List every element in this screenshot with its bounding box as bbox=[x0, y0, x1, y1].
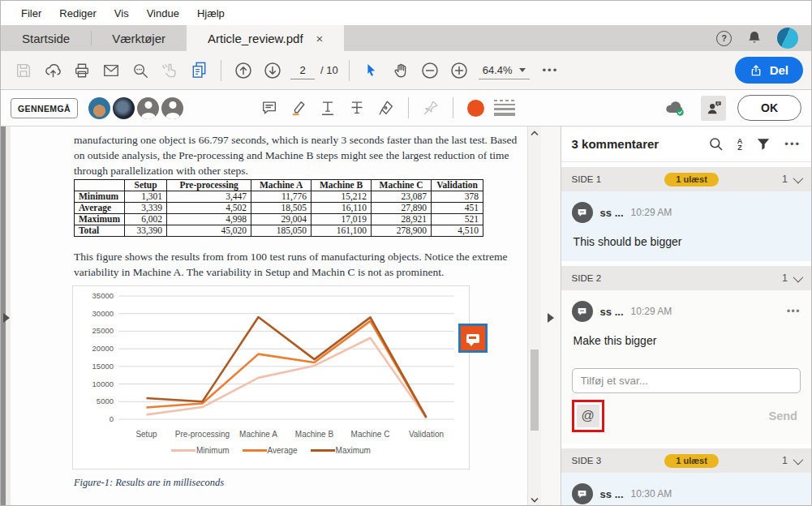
page-number-input[interactable] bbox=[290, 62, 315, 79]
legend-item: Maximum bbox=[311, 446, 371, 455]
legend-label: Minimum bbox=[196, 446, 230, 455]
highlight-tool-button[interactable] bbox=[284, 93, 313, 122]
pin-tool-button[interactable] bbox=[416, 93, 445, 122]
reviewer-avatar[interactable] bbox=[88, 97, 110, 119]
section-count: 1 bbox=[782, 455, 788, 466]
table-cell: 28,921 bbox=[372, 214, 432, 225]
zoom-out-icon bbox=[420, 61, 440, 80]
tabbar-right-group: ? bbox=[716, 25, 811, 51]
menu-rediger[interactable]: Rediger bbox=[50, 4, 105, 23]
comment-card-3[interactable]: ss ... 10:30 AM More examples bbox=[561, 473, 811, 506]
comments-overflow-icon[interactable]: ••• bbox=[784, 138, 801, 150]
tab-startside[interactable]: Startside bbox=[1, 25, 91, 51]
close-tab-icon[interactable]: × bbox=[316, 32, 324, 45]
save-button[interactable] bbox=[9, 56, 38, 85]
mention-button[interactable]: @ bbox=[577, 405, 599, 427]
filter-icon[interactable] bbox=[756, 137, 771, 152]
tab-document-label: Article_review.pdf bbox=[208, 32, 303, 45]
document-scrollbar[interactable] bbox=[527, 126, 541, 506]
review-toolbar: GENNEMGÅ bbox=[1, 90, 811, 126]
search-button[interactable] bbox=[126, 56, 155, 85]
menu-vindue[interactable]: Vindue bbox=[138, 4, 188, 23]
draw-tool-button[interactable] bbox=[372, 93, 401, 122]
table-header-cell: Machine C bbox=[372, 180, 432, 191]
collapse-comments-panel-icon[interactable] bbox=[548, 313, 554, 323]
x-axis-label: Machine B bbox=[286, 430, 342, 439]
review-mode-badge[interactable]: GENNEMGÅ bbox=[11, 98, 78, 118]
add-text-tool-button[interactable] bbox=[313, 93, 342, 122]
line-thickness-button[interactable] bbox=[490, 93, 519, 122]
menu-filer[interactable]: Filer bbox=[12, 4, 50, 23]
copy-pages-button[interactable] bbox=[184, 56, 213, 85]
page-section-header-3[interactable]: SIDE 3 1 ulæst 1 bbox=[561, 448, 811, 473]
account-avatar[interactable] bbox=[777, 28, 798, 49]
comment-card-1[interactable]: ss ... 10:29 AM This should be bigger bbox=[561, 191, 811, 261]
table-cell: 278,900 bbox=[372, 225, 432, 237]
menu-vis[interactable]: Vis bbox=[105, 4, 138, 23]
tab-document[interactable]: Article_review.pdf × bbox=[187, 25, 344, 51]
scroll-up-icon[interactable] bbox=[528, 131, 541, 136]
share-button[interactable]: Del bbox=[735, 57, 803, 84]
comments-header-icons: A Z ••• bbox=[708, 136, 801, 152]
bell-icon[interactable] bbox=[745, 29, 763, 47]
results-line-chart: 35000300002500020000150001000050000 Setu… bbox=[72, 285, 470, 470]
menu-hjaelp[interactable]: Hjælp bbox=[188, 4, 234, 23]
comment-type-icon bbox=[572, 301, 593, 322]
sort-comments-icon[interactable]: A Z bbox=[737, 138, 743, 151]
table-header-cell: Validation bbox=[432, 180, 483, 191]
chevron-down-icon[interactable] bbox=[793, 173, 804, 183]
comment-text: Make this bigger bbox=[574, 334, 801, 347]
zoom-level-control[interactable]: 64.4% bbox=[479, 62, 530, 79]
table-cell: 15,212 bbox=[311, 191, 372, 203]
previous-page-button[interactable] bbox=[229, 56, 258, 85]
hand-tool-button[interactable] bbox=[386, 56, 415, 85]
upload-cloud-button[interactable] bbox=[38, 56, 67, 85]
ok-button[interactable]: OK bbox=[737, 95, 801, 121]
document-page[interactable]: manufacturing one object is 66.797 secon… bbox=[11, 126, 527, 506]
zoom-out-button[interactable] bbox=[415, 56, 445, 85]
legend-swatch bbox=[243, 449, 267, 452]
select-tool-button[interactable] bbox=[357, 56, 386, 85]
reply-input[interactable] bbox=[572, 368, 801, 393]
tab-bar: Startside Værktøjer Article_review.pdf ×… bbox=[1, 25, 811, 51]
send-reply-button[interactable]: Send bbox=[769, 410, 801, 422]
panel-toggle-strip bbox=[541, 126, 561, 506]
strikethrough-tool-button[interactable] bbox=[342, 93, 372, 122]
sticky-note-tool-button[interactable] bbox=[255, 93, 284, 122]
reviewer-avatar[interactable] bbox=[161, 97, 183, 119]
table-header-cell: Machine B bbox=[311, 180, 372, 191]
reviewer-avatar[interactable] bbox=[113, 97, 135, 119]
section-count: 1 bbox=[782, 174, 788, 185]
help-icon[interactable]: ? bbox=[716, 31, 732, 46]
table-cell: 3,447 bbox=[167, 191, 251, 203]
page-section-header-1[interactable]: SIDE 1 1 ulæst 1 bbox=[561, 167, 811, 191]
expand-nav-pane-icon[interactable] bbox=[3, 313, 10, 323]
search-comments-icon[interactable] bbox=[708, 136, 724, 152]
table-cell: Minimum bbox=[74, 191, 124, 203]
scroll-down-icon[interactable] bbox=[528, 497, 541, 503]
touch-mode-button[interactable] bbox=[155, 56, 184, 85]
zoom-in-button[interactable] bbox=[445, 56, 474, 85]
comment-annotation-marker[interactable] bbox=[458, 324, 488, 353]
legend-swatch bbox=[171, 449, 195, 452]
table-cell: 1,301 bbox=[125, 191, 167, 203]
email-button[interactable] bbox=[97, 56, 126, 85]
comment-card-2[interactable]: ss ... 10:29 AM ••• Make this bigger @ S… bbox=[561, 290, 811, 444]
page-section-header-2[interactable]: SIDE 2 1 bbox=[561, 266, 811, 290]
comment-options-icon[interactable]: ••• bbox=[787, 306, 801, 317]
toolbar-overflow-button[interactable]: ••• bbox=[535, 64, 567, 76]
nav-pane-strip bbox=[1, 126, 11, 506]
unread-badge: 1 ulæst bbox=[664, 173, 719, 187]
tab-vaerktojer[interactable]: Værktøjer bbox=[91, 25, 187, 51]
comment-bubble-icon bbox=[466, 334, 479, 343]
scrollbar-thumb[interactable] bbox=[531, 349, 539, 431]
reviewer-avatar[interactable] bbox=[137, 97, 159, 119]
chevron-down-icon[interactable] bbox=[793, 454, 804, 465]
next-page-button[interactable] bbox=[258, 56, 287, 85]
search-icon bbox=[131, 62, 149, 79]
chevron-down-icon[interactable] bbox=[793, 272, 804, 282]
cloud-sync-button[interactable] bbox=[660, 93, 690, 122]
color-picker-button[interactable] bbox=[461, 93, 490, 122]
print-button[interactable] bbox=[67, 56, 97, 85]
comments-panel-toggle-button[interactable] bbox=[701, 96, 726, 121]
